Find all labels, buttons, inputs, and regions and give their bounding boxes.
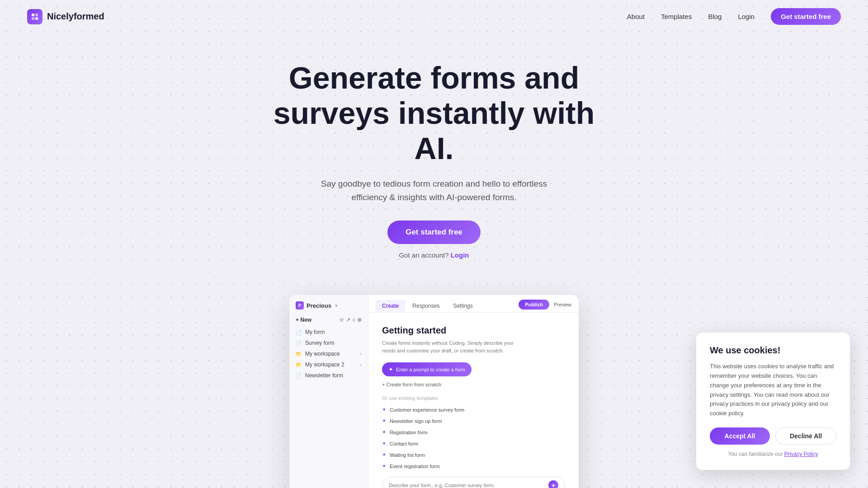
sidebar-star-icon: ☆ — [339, 317, 344, 323]
template-item-5[interactable]: ✦ Waiting list form — [382, 450, 565, 459]
cookie-banner: We use cookies! This website uses cookie… — [696, 333, 850, 470]
template-icon-3: ✦ — [382, 429, 386, 435]
sidebar-action-icons: ☆ ↗ ≡ ⊕ — [339, 317, 362, 323]
cookie-description: This website uses cookies to analyse tra… — [710, 362, 836, 418]
tab-responses[interactable]: Responses — [406, 300, 446, 312]
template-icon-2: ✦ — [382, 418, 386, 424]
sidebar-arrow-icon-2: › — [360, 361, 362, 368]
sidebar-bottom: Upgrade Help / Feedback Twitter — [289, 485, 368, 488]
app-tabs-bar: Create Responses Settings Publish Previe… — [368, 295, 579, 313]
sidebar-dropdown-icon: ▾ — [335, 303, 337, 308]
nav-about[interactable]: About — [627, 13, 645, 20]
tabs-left: Create Responses Settings — [376, 300, 479, 312]
sidebar-item-my-form[interactable]: 📄 My form — [289, 327, 368, 338]
svg-rect-2 — [32, 17, 34, 20]
decline-all-button[interactable]: Decline All — [775, 427, 836, 445]
template-icon-1: ✦ — [382, 407, 386, 413]
app-content: Getting started Create forms instantly w… — [368, 313, 579, 488]
template-icon-5: ✦ — [382, 452, 386, 458]
nav-get-started-button[interactable]: Get started free — [771, 8, 841, 25]
svg-rect-0 — [32, 14, 34, 16]
hero-section: Generate forms and surveys instantly wit… — [0, 33, 868, 277]
publish-button[interactable]: Publish — [519, 300, 549, 310]
template-icon-6: ✦ — [382, 463, 386, 469]
sidebar-item-my-workspace-2[interactable]: 📁 My workspace 2 › — [289, 359, 368, 370]
privacy-policy-link[interactable]: Privacy Policy — [784, 451, 818, 457]
template-item-6[interactable]: ✦ Event registration form — [382, 462, 565, 470]
template-icon-4: ✦ — [382, 441, 386, 446]
sparkle-icon: ✦ — [388, 366, 393, 373]
nav-login[interactable]: Login — [738, 13, 755, 20]
sidebar-file-icon-2: 📄 — [296, 340, 302, 346]
nav-templates[interactable]: Templates — [661, 13, 692, 20]
tabs-right: Publish Preview — [519, 300, 571, 312]
preview-button[interactable]: Preview — [554, 302, 571, 307]
accept-all-button[interactable]: Accept All — [710, 427, 770, 445]
tab-settings[interactable]: Settings — [447, 300, 479, 312]
form-describe-input[interactable] — [389, 483, 545, 488]
logo[interactable]: Nicelyformed — [27, 9, 104, 24]
sidebar-share-icon: ↗ — [346, 317, 350, 323]
cookie-buttons: Accept All Decline All — [710, 427, 836, 445]
logo-icon — [27, 9, 42, 24]
submit-prompt-button[interactable]: + — [548, 480, 558, 488]
template-item-1[interactable]: ✦ Customer experience survey form — [382, 405, 565, 414]
hero-subtitle: Say goodbye to tedious form creation and… — [316, 177, 552, 205]
sidebar-item-survey-form[interactable]: 📄 Survey form — [289, 338, 368, 348]
svg-rect-1 — [35, 14, 38, 16]
cookie-title: We use cookies! — [710, 345, 836, 356]
create-from-scratch-button[interactable]: + Create form from scratch — [382, 380, 565, 389]
getting-started-desc: Create forms instantly without Coding. S… — [382, 339, 527, 354]
sidebar-search-icon: ⊕ — [357, 317, 362, 323]
nav-links: About Templates Blog Login Get started f… — [627, 8, 841, 25]
nav-blog[interactable]: Blog — [708, 13, 722, 20]
sidebar-file-icon-3: 📄 — [296, 373, 302, 379]
sidebar-new-label: + New ☆ ↗ ≡ ⊕ — [289, 315, 368, 327]
sidebar-avatar: P — [296, 301, 304, 310]
ai-prompt-button[interactable]: ✦ Enter a prompt to create a form — [382, 362, 472, 376]
hero-get-started-button[interactable]: Get started free — [387, 221, 481, 244]
template-list: ✦ Customer experience survey form ✦ News… — [382, 405, 565, 470]
sidebar-workspace-name: Precious — [307, 302, 331, 309]
hero-title: Generate forms and surveys instantly wit… — [253, 60, 615, 166]
bottom-input-area: + — [382, 477, 565, 488]
sidebar-folder-icon: 📁 — [296, 351, 302, 357]
app-screenshot: P Precious ▾ + New ☆ ↗ ≡ ⊕ 📄 My form 📄 S — [289, 295, 579, 488]
sidebar-arrow-icon: › — [360, 351, 362, 357]
sidebar-sort-icon: ≡ — [352, 317, 355, 323]
logo-text: Nicelyformed — [47, 11, 104, 22]
app-main: Create Responses Settings Publish Previe… — [368, 295, 579, 488]
hero-account-text: Got an account? Login — [9, 251, 859, 259]
sidebar-folder-icon-2: 📁 — [296, 362, 302, 368]
template-item-2[interactable]: ✦ Newsletter sign up form — [382, 417, 565, 425]
svg-rect-3 — [35, 17, 38, 20]
app-sidebar: P Precious ▾ + New ☆ ↗ ≡ ⊕ 📄 My form 📄 S — [289, 295, 368, 488]
template-item-4[interactable]: ✦ Contact form — [382, 439, 565, 448]
template-item-3[interactable]: ✦ Registration form — [382, 428, 565, 436]
sidebar-header: P Precious ▾ — [289, 301, 368, 315]
sidebar-item-my-workspace[interactable]: 📁 My workspace › — [289, 348, 368, 359]
tab-create[interactable]: Create — [376, 300, 405, 312]
cookie-privacy-text: You can familiarize our Privacy Policy — [710, 451, 836, 457]
getting-started-title: Getting started — [382, 325, 565, 336]
sidebar-file-icon: 📄 — [296, 329, 302, 335]
or-templates-label: Or use existing templates — [382, 395, 565, 401]
hero-login-link[interactable]: Login — [451, 251, 469, 259]
sidebar-item-newsletter[interactable]: 📄 Newsletter form — [289, 370, 368, 381]
